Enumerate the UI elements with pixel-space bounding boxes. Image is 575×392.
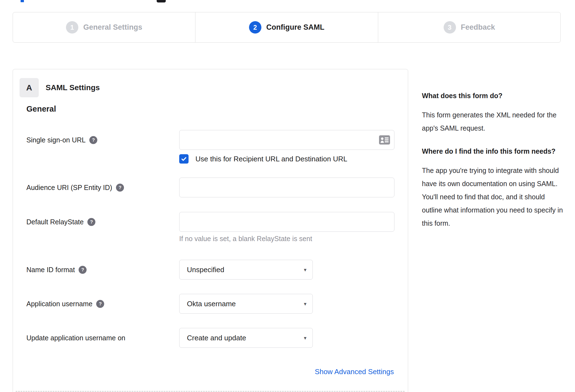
- app-username-label-text: Application username: [26, 300, 92, 308]
- recipient-url-checkbox-label[interactable]: Use this for Recipient URL and Destinati…: [195, 154, 347, 164]
- sso-url-label-text: Single sign-on URL: [26, 136, 85, 144]
- audience-uri-input[interactable]: [179, 178, 394, 197]
- chevron-down-icon: ▾: [304, 301, 306, 307]
- app-username-help-icon[interactable]: ?: [96, 300, 104, 308]
- step-general-settings[interactable]: 1 General Settings: [13, 12, 195, 42]
- audience-uri-label-text: Audience URI (SP Entity ID): [26, 184, 112, 192]
- relay-state-input-wrap: [179, 212, 394, 232]
- step-2-circle: 2: [249, 21, 261, 34]
- sso-url-input-wrap: [179, 130, 394, 150]
- step-2-label: Configure SAML: [266, 23, 324, 32]
- help-sidebar: What does this form do? This form genera…: [422, 91, 563, 241]
- relay-state-label-text: Default RelayState: [26, 218, 84, 226]
- update-username-value: Create and update: [187, 334, 246, 342]
- section-a-badge: A: [20, 78, 39, 97]
- relay-help-icon[interactable]: ?: [87, 218, 95, 226]
- update-username-label-text: Update application username on: [26, 334, 125, 342]
- chevron-down-icon: ▾: [304, 335, 306, 341]
- contact-card-icon[interactable]: [379, 135, 390, 145]
- sso-help-icon[interactable]: ?: [89, 136, 97, 144]
- step-feedback[interactable]: 3 Feedback: [378, 12, 560, 42]
- chevron-down-icon: ▾: [304, 267, 306, 273]
- step-1-label: General Settings: [83, 23, 142, 32]
- section-divider: [16, 391, 405, 392]
- help-question-2-title: Where do I find the info this form needs…: [422, 146, 563, 156]
- step-3-label: Feedback: [461, 23, 495, 32]
- name-id-format-label: Name ID format ?: [26, 266, 87, 274]
- relay-state-hint: If no value is set, a blank RelayState i…: [179, 235, 312, 243]
- update-username-label: Update application username on: [26, 334, 125, 342]
- wizard-stepper: 1 General Settings 2 Configure SAML 3 Fe…: [13, 12, 561, 43]
- general-section-title: General: [26, 104, 56, 114]
- app-username-select[interactable]: Okta username ▾: [179, 294, 313, 314]
- name-id-help-icon[interactable]: ?: [79, 266, 87, 274]
- saml-settings-panel: A SAML Settings General Single sign-on U…: [13, 69, 408, 392]
- step-1-circle: 1: [66, 21, 78, 34]
- recipient-url-checkbox[interactable]: [179, 154, 189, 164]
- update-username-select[interactable]: Create and update ▾: [179, 328, 313, 348]
- help-question-1-body: This form generates the XML needed for t…: [422, 108, 563, 135]
- step-configure-saml[interactable]: 2 Configure SAML: [195, 12, 378, 42]
- help-question-1-title: What does this form do?: [422, 91, 563, 101]
- show-advanced-settings-link[interactable]: Show Advanced Settings: [315, 368, 394, 376]
- header-fragment-logo: [157, 0, 166, 2]
- checkmark-icon: [181, 156, 187, 162]
- sso-url-label: Single sign-on URL ?: [26, 136, 97, 144]
- header-fragment-blue: [21, 0, 24, 2]
- help-question-2-body: The app you're trying to integrate with …: [422, 164, 563, 230]
- name-id-format-label-text: Name ID format: [26, 266, 75, 274]
- audience-uri-input-wrap: [179, 178, 394, 197]
- relay-state-label: Default RelayState ?: [26, 218, 95, 226]
- relay-state-input[interactable]: [179, 212, 394, 232]
- name-id-format-value: Unspecified: [187, 266, 224, 274]
- app-username-label: Application username ?: [26, 300, 104, 308]
- audience-uri-label: Audience URI (SP Entity ID) ?: [26, 184, 124, 192]
- audience-help-icon[interactable]: ?: [116, 184, 124, 192]
- step-3-circle: 3: [444, 21, 456, 34]
- panel-title: SAML Settings: [46, 78, 100, 97]
- sso-url-input[interactable]: [179, 130, 394, 150]
- name-id-format-select[interactable]: Unspecified ▾: [179, 260, 313, 280]
- app-username-value: Okta username: [187, 300, 236, 308]
